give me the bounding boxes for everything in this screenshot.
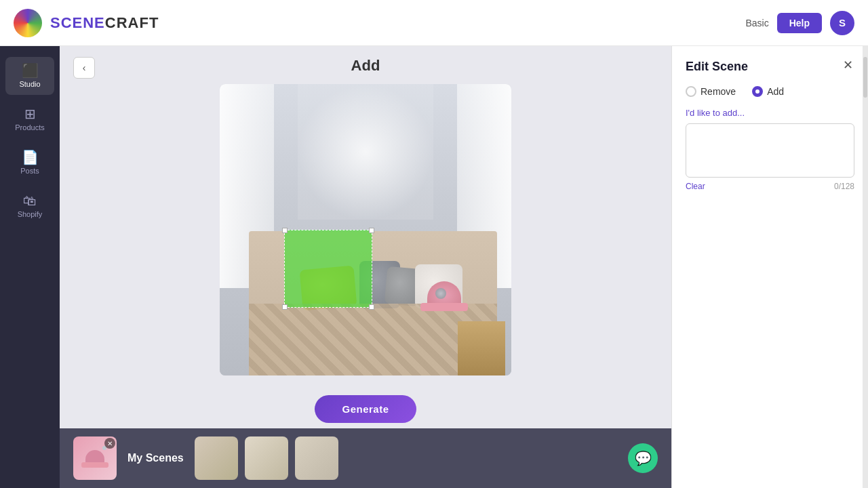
- product-main-thumbnail[interactable]: ✕: [73, 436, 117, 480]
- radio-remove-circle[interactable]: [686, 86, 696, 97]
- bedroom-background: [220, 84, 511, 375]
- user-avatar[interactable]: S: [830, 11, 854, 35]
- nightstand: [458, 321, 505, 375]
- back-button[interactable]: ‹: [73, 57, 95, 79]
- scene-thumbnails: [195, 436, 617, 480]
- thumbnail-remove-button[interactable]: ✕: [104, 438, 115, 449]
- app-logo-text: SCENECRAFT: [50, 14, 159, 32]
- help-button[interactable]: Help: [777, 13, 822, 33]
- edit-scene-panel: ✕ Edit Scene Remove Add I'd like to add.…: [671, 46, 868, 488]
- handle-top-right[interactable]: [369, 228, 374, 233]
- handle-top-left[interactable]: [282, 228, 288, 233]
- radio-group: Remove Add: [686, 86, 854, 97]
- scene-thumbnail-2[interactable]: [245, 436, 288, 480]
- panel-title: Edit Scene: [686, 60, 854, 74]
- window-light: [298, 84, 433, 220]
- radio-add-circle[interactable]: [752, 86, 763, 97]
- posts-icon: 📄: [22, 150, 39, 164]
- topbar: SCENECRAFT Basic Help S: [0, 0, 868, 46]
- radio-remove-label: Remove: [701, 86, 736, 97]
- sidebar-label-posts: Posts: [20, 167, 39, 175]
- sidebar-label-shopify: Shopify: [18, 210, 43, 218]
- char-count: 0/128: [834, 182, 854, 191]
- generate-row: Generate: [60, 386, 671, 428]
- basic-link[interactable]: Basic: [745, 18, 768, 28]
- sidebar-item-products[interactable]: ⊞ Products: [5, 100, 54, 138]
- studio-icon: ⬛: [22, 64, 39, 77]
- handle-bottom-right[interactable]: [369, 304, 374, 310]
- logo-part1: SCENE: [50, 14, 105, 31]
- scrollbar-thumb: [863, 57, 867, 98]
- close-icon: ✕: [843, 58, 853, 73]
- shopify-icon: 🛍: [23, 194, 37, 207]
- clear-link[interactable]: Clear: [686, 182, 705, 191]
- canvas-container: ‹ Add: [60, 46, 671, 386]
- add-header: Add: [351, 57, 380, 75]
- products-icon: ⊞: [24, 107, 36, 121]
- chat-icon: 💬: [635, 450, 652, 466]
- hat-badge: [435, 288, 446, 299]
- sidebar-item-posts[interactable]: 📄 Posts: [5, 144, 54, 182]
- prompt-textarea[interactable]: [686, 123, 854, 178]
- bottom-strip: ✕ My Scenes 💬: [60, 428, 671, 488]
- scene-thumbnail-3[interactable]: [295, 436, 338, 480]
- logo-part2: CRAFT: [105, 14, 159, 31]
- hat-brim: [420, 303, 468, 311]
- my-scenes-label: My Scenes: [127, 452, 184, 464]
- panel-close-button[interactable]: ✕: [838, 56, 857, 75]
- content-area: ‹ Add: [60, 46, 671, 488]
- sidebar-label-studio: Studio: [19, 80, 40, 88]
- radio-add-label: Add: [767, 86, 784, 97]
- pink-hat: [420, 277, 468, 311]
- radio-add[interactable]: Add: [752, 86, 784, 97]
- handle-bottom-left[interactable]: [282, 304, 288, 310]
- generate-button[interactable]: Generate: [315, 395, 416, 423]
- scene-image-frame: [220, 84, 511, 375]
- app-logo-icon[interactable]: [14, 9, 42, 37]
- scene-thumbnail-1[interactable]: [195, 436, 238, 480]
- sidebar-item-studio[interactable]: ⬛ Studio: [5, 57, 54, 95]
- main-area: ⬛ Studio ⊞ Products 📄 Posts 🛍 Shopify ‹ …: [0, 46, 868, 488]
- prompt-label: I'd like to add...: [686, 108, 854, 118]
- radio-remove[interactable]: Remove: [686, 86, 736, 97]
- sidebar: ⬛ Studio ⊞ Products 📄 Posts 🛍 Shopify: [0, 46, 60, 488]
- sidebar-item-shopify[interactable]: 🛍 Shopify: [5, 187, 54, 225]
- hat-thumb-img: [81, 449, 108, 468]
- thumb-img-3: [295, 436, 338, 480]
- thumb-img-2: [245, 436, 288, 480]
- thumb-img-1: [195, 436, 238, 480]
- right-scrollbar[interactable]: [863, 46, 868, 488]
- selection-box[interactable]: [284, 230, 372, 308]
- prompt-footer: Clear 0/128: [686, 182, 854, 191]
- sidebar-label-products: Products: [15, 123, 44, 131]
- back-icon: ‹: [83, 62, 86, 73]
- chat-button[interactable]: 💬: [628, 443, 658, 473]
